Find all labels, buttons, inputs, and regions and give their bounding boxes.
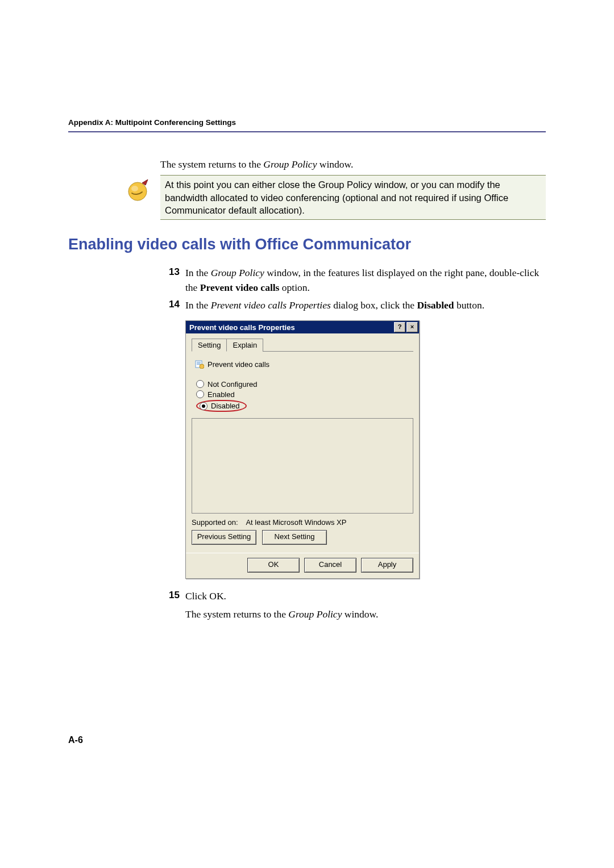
dialog-title: Prevent video calls Properties [189, 323, 295, 332]
radio-icon [196, 390, 204, 398]
body-column: The system returns to the Group Policy w… [160, 157, 546, 172]
text-bold: Prevent video calls [200, 282, 280, 293]
step-body: Click OK. [185, 589, 546, 603]
step-15: 15 Click OK. [160, 589, 546, 603]
step-number: 13 [160, 266, 185, 295]
document-page: Appendix A: Multipoint Conferencing Sett… [0, 0, 614, 779]
radio-disabled[interactable] [200, 402, 208, 410]
dialog-titlebar: Prevent video calls Properties ? × [186, 321, 419, 333]
previous-setting-button[interactable]: Previous Setting [192, 530, 256, 545]
radio-group: Not Configured Enabled Disabled [196, 379, 413, 412]
text: window. [342, 608, 378, 620]
policy-label: Prevent video calls [208, 360, 269, 369]
text: option. [279, 282, 309, 293]
steps-column: 13 In the Group Policy window, in the fe… [160, 266, 546, 621]
policy-title-row: Prevent video calls [195, 360, 413, 369]
running-header: Appendix A: Multipoint Conferencing Sett… [68, 118, 546, 132]
radio-label: Disabled [211, 402, 240, 410]
text-italic: Group Policy [288, 608, 342, 620]
svg-rect-4 [197, 363, 201, 364]
titlebar-buttons: ? × [394, 322, 418, 332]
intro-text: The system returns to the [160, 158, 263, 170]
intro-italic: Group Policy [263, 158, 317, 170]
apply-button[interactable]: Apply [361, 558, 413, 573]
radio-enabled[interactable]: Enabled [196, 389, 413, 399]
supported-on-row: Supported on: At least Microsoft Windows… [192, 518, 413, 527]
radio-icon [196, 380, 204, 388]
step-number: 14 [160, 298, 185, 312]
text: In the [185, 267, 211, 278]
text-italic: Group Policy [211, 267, 264, 278]
text: The system returns to the [185, 608, 288, 620]
help-button[interactable]: ? [394, 322, 405, 332]
svg-point-0 [128, 182, 147, 201]
note-box: At this point you can either close the G… [160, 175, 546, 220]
intro-text-after: window. [317, 158, 353, 170]
section-heading: Enabling video calls with Office Communi… [68, 236, 546, 253]
cancel-button[interactable]: Cancel [304, 558, 356, 573]
supported-label: Supported on: [192, 518, 238, 527]
note-row: At this point you can either close the G… [125, 175, 546, 220]
text: button. [454, 299, 484, 311]
close-button[interactable]: × [406, 322, 418, 332]
text-bold: Disabled [417, 299, 454, 311]
ok-button[interactable]: OK [247, 558, 300, 573]
step-13: 13 In the Group Policy window, in the fe… [160, 266, 546, 295]
properties-dialog: Prevent video calls Properties ? × Setti… [185, 320, 420, 579]
text: Click OK. [185, 590, 226, 602]
radio-label: Not Configured [208, 380, 257, 389]
step-number: 15 [160, 589, 185, 603]
radio-label: Enabled [208, 390, 235, 399]
policy-icon [195, 360, 204, 369]
note-icon [125, 177, 150, 202]
svg-point-6 [200, 364, 204, 369]
step-body: In the Group Policy window, in the featu… [185, 266, 546, 295]
svg-point-1 [131, 186, 138, 191]
tab-setting[interactable]: Setting [192, 339, 227, 352]
next-setting-button[interactable]: Next Setting [262, 530, 327, 545]
text: In the [185, 299, 211, 311]
intro-paragraph: The system returns to the Group Policy w… [160, 157, 546, 172]
tab-strip: Setting Explain [192, 338, 413, 352]
page-number: A-6 [68, 735, 546, 745]
dialog-footer: OK Cancel Apply [186, 553, 419, 578]
step-14: 14 In the Prevent video calls Properties… [160, 298, 546, 312]
tab-explain[interactable]: Explain [226, 339, 263, 352]
svg-rect-3 [197, 362, 201, 362]
closing-paragraph: The system returns to the Group Policy w… [185, 607, 546, 621]
dialog-screenshot: Prevent video calls Properties ? × Setti… [185, 320, 546, 579]
highlight-oval: Disabled [196, 400, 247, 412]
text-italic: Prevent video calls Properties [211, 299, 331, 311]
highlighted-radio-wrap: Disabled [196, 399, 413, 412]
supported-value: At least Microsoft Windows XP [246, 518, 346, 527]
options-panel [192, 418, 413, 514]
radio-not-configured[interactable]: Not Configured [196, 379, 413, 389]
text: dialog box, click the [331, 299, 417, 311]
nav-button-row: Previous Setting Next Setting [192, 530, 413, 545]
step-body: In the Prevent video calls Properties di… [185, 298, 546, 312]
dialog-body: Setting Explain [186, 333, 419, 553]
